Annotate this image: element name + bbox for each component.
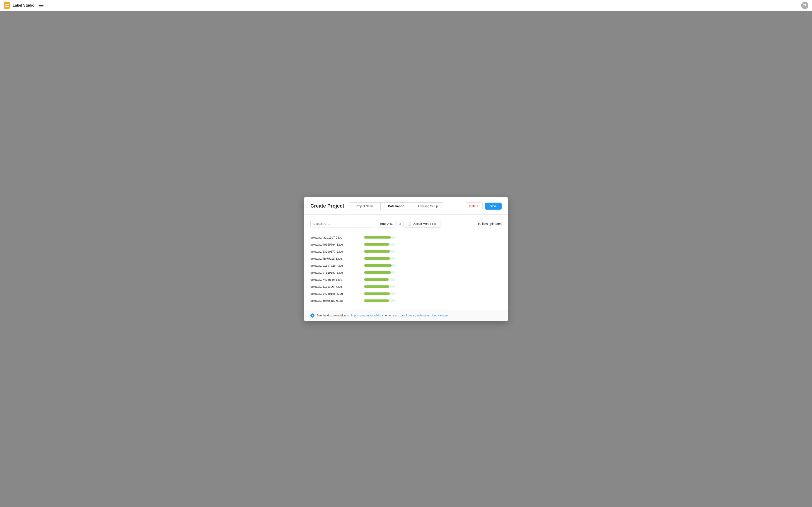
file-row: upload/1/532de877-2.jpg bbox=[310, 248, 502, 255]
file-name: upload/1/617ceb6f-7.jpg bbox=[310, 285, 360, 288]
hamburger-menu[interactable] bbox=[39, 4, 44, 7]
file-row: upload/1/74efb666-6.jpg bbox=[310, 276, 502, 283]
svg-rect-4 bbox=[7, 6, 9, 7]
footer-text-before: See the documentation to bbox=[317, 314, 349, 317]
modal-footer: i See the documentation to import preann… bbox=[304, 309, 508, 321]
file-name: upload/1/4fb75acd-3.jpg bbox=[310, 257, 360, 260]
progress-bar-bg bbox=[364, 292, 396, 295]
file-name: upload/1/4e6657d4-1.jpg bbox=[310, 243, 360, 246]
header-actions: Delete Save bbox=[465, 202, 502, 210]
file-name: upload/1/74efb666-6.jpg bbox=[310, 278, 360, 281]
file-row: upload/1/4e6657d4-1.jpg bbox=[310, 241, 502, 248]
create-project-modal: Create Project Project Name Data Import … bbox=[304, 197, 508, 321]
progress-bar-fill bbox=[364, 257, 390, 260]
progress-bar-bg bbox=[364, 271, 396, 274]
progress-bar-fill bbox=[364, 250, 390, 252]
info-icon: i bbox=[310, 314, 314, 318]
top-bar-right: T9 bbox=[801, 2, 808, 9]
upload-more-files-button[interactable]: 📄 Upload More Files bbox=[404, 220, 441, 228]
upload-icon: 📄 bbox=[407, 222, 411, 226]
svg-rect-3 bbox=[5, 6, 7, 7]
file-name: upload/1/2493e1c6-8.jpg bbox=[310, 292, 360, 295]
progress-bar-bg bbox=[364, 264, 396, 267]
file-row: upload/1/a751b357-5.jpg bbox=[310, 269, 502, 276]
file-list: upload/1/fa1e19d7-0.jpgupload/1/4e6657d4… bbox=[310, 234, 502, 304]
footer-text-after: . bbox=[450, 314, 451, 317]
file-row: upload/1/617ceb6f-7.jpg bbox=[310, 283, 502, 290]
tab-project-name[interactable]: Project Name bbox=[349, 203, 380, 210]
progress-bar-bg bbox=[364, 299, 396, 302]
avatar[interactable]: T9 bbox=[801, 2, 808, 9]
footer-text-middle: or to bbox=[385, 314, 391, 317]
progress-bar-bg bbox=[364, 243, 396, 245]
app-title: Label Studio bbox=[13, 3, 35, 7]
modal-body: Add URL or 📄 Upload More Files 10 files … bbox=[304, 215, 508, 309]
tab-data-import[interactable]: Data Import bbox=[380, 203, 412, 210]
or-label: or bbox=[399, 222, 401, 225]
progress-bar-bg bbox=[364, 285, 396, 288]
tab-labeling-setup[interactable]: Labeling Setup bbox=[412, 203, 444, 210]
svg-rect-1 bbox=[5, 4, 7, 5]
file-row: upload/1/2493e1c6-8.jpg bbox=[310, 290, 502, 297]
svg-rect-2 bbox=[7, 4, 9, 5]
files-count: 10 files uploaded bbox=[477, 222, 502, 226]
progress-bar-fill bbox=[364, 292, 390, 295]
tab-group: Project Name Data Import Labeling Setup bbox=[349, 202, 444, 210]
svg-rect-0 bbox=[4, 2, 10, 9]
modal-title: Create Project bbox=[310, 203, 344, 209]
save-button[interactable]: Save bbox=[485, 203, 502, 210]
progress-bar-fill bbox=[364, 243, 389, 245]
progress-bar-fill bbox=[364, 278, 389, 281]
page-background: Create Project Project Name Data Import … bbox=[0, 11, 812, 507]
file-name: upload/1/5c7c53d2-9.jpg bbox=[310, 299, 360, 302]
file-name: upload/1/532de877-2.jpg bbox=[310, 250, 360, 253]
add-url-button[interactable]: Add URL bbox=[376, 220, 397, 227]
top-bar: Label Studio T9 bbox=[0, 0, 812, 11]
sync-database-link[interactable]: sync data from a database or cloud stora… bbox=[393, 314, 448, 317]
progress-bar-bg bbox=[364, 257, 396, 260]
progress-bar-fill bbox=[364, 236, 391, 238]
file-row: upload/1/fa1e19d7-0.jpg bbox=[310, 234, 502, 241]
file-row: upload/1/5c7c53d2-9.jpg bbox=[310, 297, 502, 304]
file-row: upload/1/e15a7b26-4.jpg bbox=[310, 262, 502, 269]
dataset-url-input[interactable] bbox=[310, 220, 374, 227]
logo-icon bbox=[4, 2, 10, 9]
progress-bar-bg bbox=[364, 236, 396, 238]
modal-header: Create Project Project Name Data Import … bbox=[304, 197, 508, 215]
url-row: Add URL or 📄 Upload More Files 10 files … bbox=[310, 220, 502, 228]
file-name: upload/1/a751b357-5.jpg bbox=[310, 271, 360, 274]
file-name: upload/1/e15a7b26-4.jpg bbox=[310, 264, 360, 267]
progress-bar-fill bbox=[364, 285, 389, 288]
file-row: upload/1/4fb75acd-3.jpg bbox=[310, 255, 502, 262]
import-preannotated-link[interactable]: import preannotated data bbox=[351, 314, 383, 317]
file-name: upload/1/fa1e19d7-0.jpg bbox=[310, 236, 360, 239]
progress-bar-fill bbox=[364, 264, 392, 267]
progress-bar-bg bbox=[364, 250, 396, 252]
progress-bar-bg bbox=[364, 278, 396, 281]
delete-button[interactable]: Delete bbox=[465, 202, 483, 210]
progress-bar-fill bbox=[364, 271, 391, 274]
progress-bar-fill bbox=[364, 299, 389, 302]
